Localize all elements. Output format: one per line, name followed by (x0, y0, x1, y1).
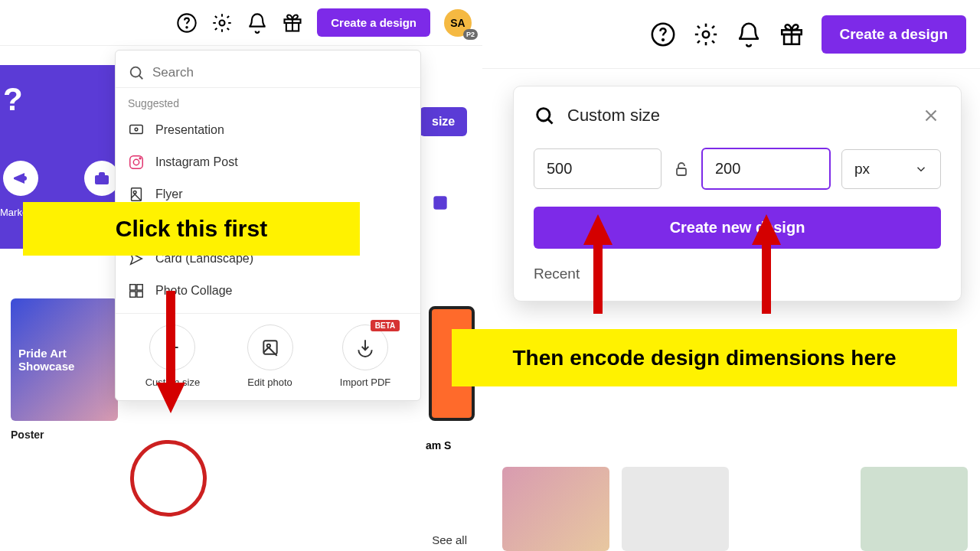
right-templates-bg (490, 467, 980, 551)
svg-point-12 (139, 158, 141, 159)
unit-select[interactable]: px (841, 149, 941, 189)
red-circle-annotation (128, 438, 210, 520)
import-icon (342, 324, 388, 370)
presentation-icon (128, 122, 145, 139)
svg-point-2 (220, 20, 225, 25)
edit-photo-button[interactable]: Edit photo (247, 324, 293, 388)
red-arrow-2 (579, 207, 617, 314)
search-icon (534, 105, 555, 126)
settings-icon[interactable] (693, 21, 719, 47)
suggested-label: Suggested (116, 88, 420, 114)
hero-question: ? (3, 81, 23, 118)
dimension-inputs: px (534, 148, 941, 190)
bell-icon[interactable] (247, 12, 268, 34)
svg-rect-8 (130, 126, 143, 134)
import-pdf-button[interactable]: BETA Import PDF (340, 324, 390, 388)
poster-thumbnail: Pride Art Showcase (11, 298, 118, 421)
svg-rect-6 (433, 196, 446, 209)
svg-rect-20 (130, 292, 136, 297)
top-bar-right: Create a design (482, 0, 980, 69)
top-bar-left: Create a design SA P2 (0, 0, 482, 46)
avatar-badge: P2 (463, 29, 478, 40)
svg-point-11 (133, 159, 139, 165)
size-pill[interactable]: size (420, 107, 467, 136)
height-input[interactable] (701, 148, 831, 190)
red-arrow-1 (152, 291, 190, 429)
dd-presentation[interactable]: Presentation (116, 114, 420, 146)
svg-point-25 (662, 39, 664, 41)
red-arrow-3 (747, 207, 786, 314)
width-input[interactable] (534, 148, 662, 189)
edit-photo-icon (247, 324, 293, 370)
chevron-down-icon (914, 162, 928, 176)
lock-icon[interactable] (672, 160, 691, 178)
callout-second: Then encode design dimensions here (452, 329, 957, 386)
see-all-link[interactable]: See all (432, 533, 467, 546)
avatar-text: SA (450, 17, 465, 29)
svg-point-29 (537, 109, 550, 121)
beta-badge: BETA (371, 320, 400, 331)
help-icon[interactable] (176, 12, 198, 34)
gift-icon[interactable] (282, 12, 303, 34)
dropdown-search[interactable] (116, 58, 420, 88)
search-icon (128, 64, 145, 81)
avatar[interactable]: SA P2 (444, 9, 472, 37)
tool-icon[interactable] (421, 184, 459, 222)
poster-label: Poster (11, 429, 118, 441)
flyer-icon (128, 186, 145, 203)
svg-rect-30 (677, 168, 686, 175)
bell-icon[interactable] (736, 21, 762, 47)
settings-icon[interactable] (211, 12, 233, 34)
poster-card[interactable]: Pride Art Showcase Poster (11, 298, 118, 441)
svg-rect-18 (130, 285, 136, 290)
gift-icon[interactable] (779, 21, 805, 47)
svg-point-1 (187, 27, 188, 28)
search-input[interactable] (152, 65, 408, 80)
svg-point-9 (135, 128, 138, 131)
instagram-icon (128, 154, 145, 171)
template-cards: Pride Art Showcase Poster (11, 298, 118, 441)
create-design-button-left[interactable]: Create a design (317, 8, 430, 37)
megaphone-icon[interactable] (3, 161, 38, 196)
left-screenshot: Create a design SA P2 ? Market size Prid… (0, 0, 482, 551)
close-icon[interactable] (921, 106, 941, 126)
create-design-button-right[interactable]: Create a design (822, 15, 967, 54)
help-icon[interactable] (650, 21, 676, 47)
callout-first: Click this first (23, 202, 360, 256)
custom-size-title: Custom size (567, 106, 909, 126)
dd-instagram-post[interactable]: Instagram Post (116, 146, 420, 178)
svg-point-14 (133, 191, 136, 194)
svg-rect-19 (137, 285, 142, 290)
svg-rect-5 (95, 175, 109, 184)
svg-point-7 (131, 67, 141, 77)
svg-rect-21 (137, 292, 142, 297)
svg-point-26 (702, 31, 709, 37)
phone-card-label: am S (426, 439, 451, 452)
collage-icon (128, 282, 145, 299)
